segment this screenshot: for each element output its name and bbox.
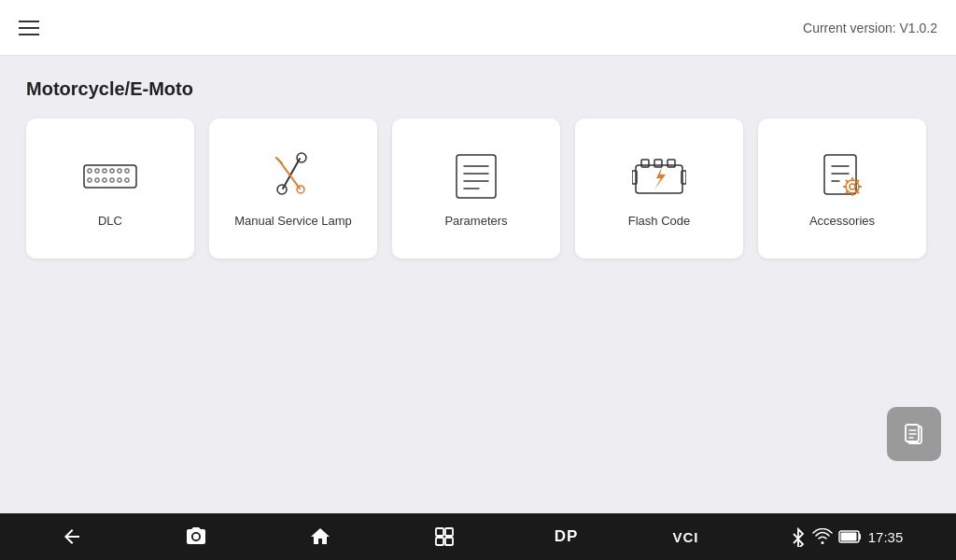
svg-rect-10 <box>110 178 114 182</box>
svg-rect-50 <box>445 528 453 536</box>
menu-button[interactable] <box>19 21 39 35</box>
dp-label[interactable]: DP <box>551 518 583 555</box>
svg-line-41 <box>857 191 859 193</box>
manual-service-lamp-label: Manual Service Lamp <box>234 214 352 230</box>
svg-line-43 <box>857 180 859 182</box>
svg-rect-28 <box>632 171 637 184</box>
camera-button[interactable] <box>177 518 215 555</box>
back-button[interactable] <box>53 518 91 555</box>
svg-rect-11 <box>118 178 121 182</box>
vci-label[interactable]: VCI <box>669 518 703 555</box>
svg-point-15 <box>277 185 287 194</box>
svg-rect-24 <box>636 165 682 193</box>
svg-rect-19 <box>457 155 496 198</box>
home-button[interactable] <box>302 518 339 555</box>
card-manual-service-lamp[interactable]: Manual Service Lamp <box>209 119 377 259</box>
svg-rect-8 <box>95 178 99 182</box>
accessories-label: Accessories <box>809 214 875 230</box>
svg-rect-27 <box>668 160 675 167</box>
manual-service-lamp-icon <box>265 148 321 204</box>
svg-rect-3 <box>103 169 106 173</box>
svg-rect-30 <box>824 155 856 194</box>
svg-rect-6 <box>125 169 129 173</box>
svg-point-35 <box>850 184 855 189</box>
card-accessories[interactable]: Accessories <box>758 119 926 259</box>
status-icons: 17:35 <box>790 526 904 547</box>
nav-time: 17:35 <box>868 529 904 545</box>
main-content: Motorcycle/E-Moto <box>0 56 956 513</box>
svg-rect-7 <box>88 178 91 182</box>
svg-rect-26 <box>654 160 662 167</box>
svg-rect-1 <box>88 169 91 173</box>
version-label: Current version: V1.0.2 <box>803 21 937 35</box>
svg-rect-12 <box>125 178 129 182</box>
flash-code-label: Flash Code <box>628 214 690 230</box>
svg-point-18 <box>297 186 304 193</box>
parameters-icon <box>448 148 504 204</box>
cards-grid: DLC Manual Service Lamp <box>26 119 930 259</box>
card-parameters[interactable]: Parameters <box>392 119 560 259</box>
parameters-label: Parameters <box>444 214 507 230</box>
dlc-label: DLC <box>98 214 122 230</box>
svg-rect-45 <box>906 425 919 441</box>
svg-rect-25 <box>641 160 649 167</box>
svg-rect-4 <box>110 169 114 173</box>
page-title: Motorcycle/E-Moto <box>26 78 930 100</box>
svg-point-14 <box>297 153 306 162</box>
svg-rect-49 <box>436 528 443 536</box>
svg-rect-2 <box>95 169 99 173</box>
svg-rect-5 <box>118 169 121 173</box>
svg-rect-52 <box>445 538 453 545</box>
svg-rect-56 <box>840 533 856 541</box>
svg-line-17 <box>276 158 282 163</box>
top-bar: Current version: V1.0.2 <box>0 0 956 56</box>
svg-line-42 <box>847 191 849 193</box>
copy-button[interactable] <box>887 407 941 461</box>
accessories-icon <box>814 148 870 204</box>
svg-rect-29 <box>682 171 686 184</box>
card-flash-code[interactable]: Flash Code <box>575 119 743 259</box>
svg-rect-51 <box>436 538 443 545</box>
flash-code-icon <box>631 148 687 204</box>
recents-button[interactable] <box>426 518 463 555</box>
svg-line-40 <box>847 180 849 182</box>
svg-rect-9 <box>103 178 106 182</box>
card-dlc[interactable]: DLC <box>26 119 194 259</box>
action-button-container <box>887 407 941 461</box>
dlc-icon <box>82 148 138 204</box>
nav-bar: DP VCI 17:35 <box>0 513 956 560</box>
